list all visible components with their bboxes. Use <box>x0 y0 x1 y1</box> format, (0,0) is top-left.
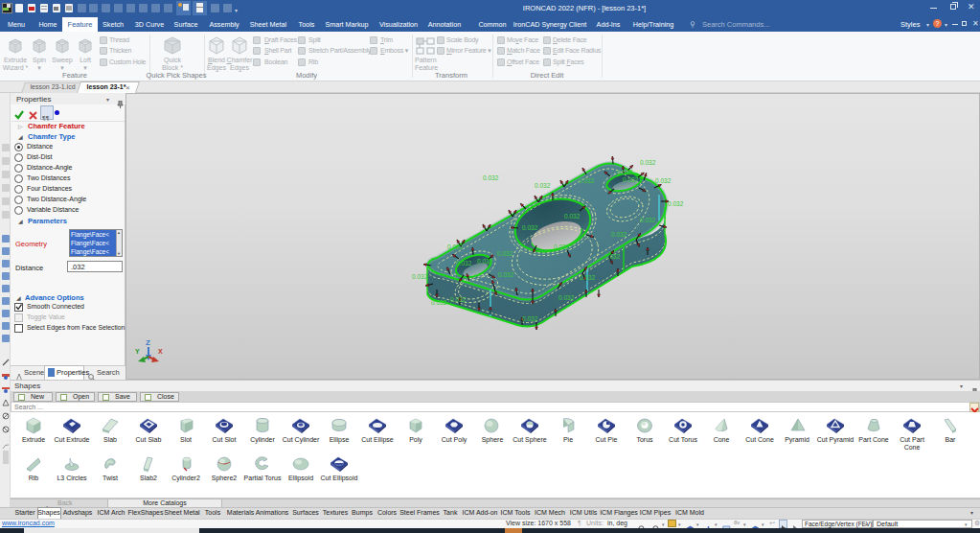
svg-text:0.032: 0.032 <box>579 177 595 184</box>
svg-text:0.032: 0.032 <box>558 294 575 301</box>
svg-text:0.032: 0.032 <box>456 260 472 266</box>
svg-text:0.032: 0.032 <box>412 273 428 280</box>
svg-text:0.032: 0.032 <box>611 231 627 238</box>
svg-text:0.032: 0.032 <box>483 174 499 181</box>
svg-text:0.032: 0.032 <box>535 182 551 189</box>
svg-text:0.032: 0.032 <box>564 213 581 220</box>
svg-text:0.032: 0.032 <box>450 296 467 303</box>
svg-text:0.032: 0.032 <box>668 200 684 207</box>
svg-text:Y: Y <box>135 348 140 355</box>
svg-text:0.032: 0.032 <box>655 177 672 184</box>
svg-text:0.032: 0.032 <box>640 217 656 223</box>
svg-text:0.032: 0.032 <box>477 258 493 265</box>
svg-text:0.032: 0.032 <box>497 250 513 257</box>
svg-text:0.032: 0.032 <box>580 274 596 281</box>
svg-text:0.032: 0.032 <box>522 315 538 322</box>
svg-text:0.032: 0.032 <box>498 271 514 278</box>
svg-text:0.032: 0.032 <box>604 253 621 260</box>
svg-text:0.032: 0.032 <box>623 176 639 183</box>
svg-text:0.032: 0.032 <box>447 243 464 250</box>
svg-text:Z: Z <box>146 338 150 347</box>
svg-text:X: X <box>158 348 163 355</box>
svg-text:0.032: 0.032 <box>522 224 538 231</box>
svg-text:0.032: 0.032 <box>640 159 656 166</box>
svg-text:0.032: 0.032 <box>554 243 570 250</box>
svg-text:0.032: 0.032 <box>431 299 447 306</box>
svg-text:0.032: 0.032 <box>617 169 633 175</box>
